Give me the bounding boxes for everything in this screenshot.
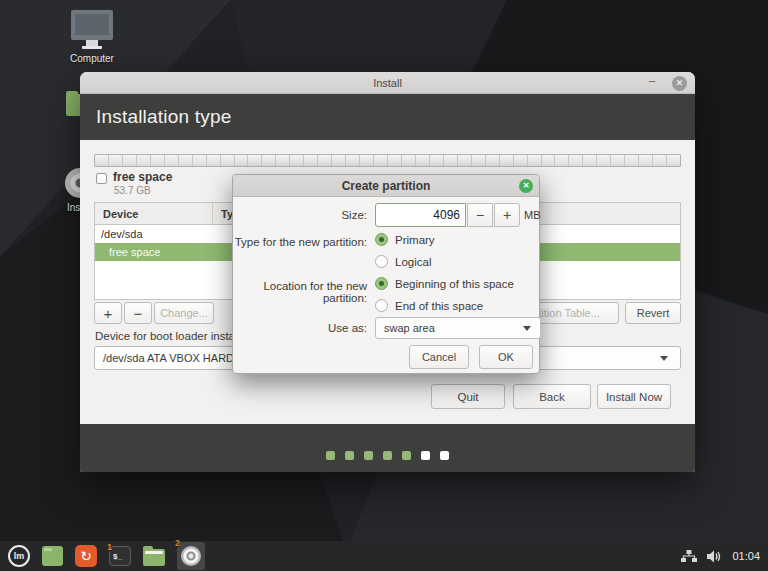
partition-bar-segment <box>639 155 653 166</box>
radio-beginning[interactable]: Beginning of this space <box>375 277 514 290</box>
legend-size: 53.7 GB <box>114 185 151 196</box>
mint-menu-icon[interactable]: lm <box>8 545 30 567</box>
revert-button[interactable]: Revert <box>625 302 681 324</box>
progress-dot <box>383 451 392 460</box>
free-space-checkbox[interactable] <box>96 173 107 184</box>
partition-bar-segment <box>444 155 458 166</box>
radio-label: Logical <box>395 256 431 268</box>
files-launcher[interactable] <box>143 546 165 566</box>
progress-dot <box>345 451 354 460</box>
active-window-slot <box>177 542 205 570</box>
progress-dot <box>326 451 335 460</box>
partition-bar-segment <box>486 155 500 166</box>
partition-bar-segment <box>583 155 597 166</box>
partition-bar-segment <box>500 155 514 166</box>
computer-monitor-base <box>82 46 102 49</box>
quit-button[interactable]: Quit <box>431 384 505 409</box>
window-titlebar[interactable]: Install – ✕ <box>80 72 695 94</box>
column-header-device[interactable]: Device <box>95 203 213 224</box>
partition-bar-segment <box>569 155 583 166</box>
radio-label: Primary <box>395 234 435 246</box>
partition-bar-segment <box>514 155 528 166</box>
partition-bar-segment <box>109 155 123 166</box>
chevron-down-icon <box>660 356 668 361</box>
partition-bar-segment <box>472 155 486 166</box>
use-as-label: Use as: <box>233 322 367 334</box>
cancel-button[interactable]: Cancel <box>409 345 469 369</box>
partition-bar-segment <box>528 155 542 166</box>
close-icon[interactable]: ✕ <box>672 76 687 91</box>
partition-bar-segment <box>555 155 569 166</box>
ok-button[interactable]: OK <box>479 345 533 369</box>
partition-bar-segment <box>151 155 165 166</box>
partition-bar-segment <box>416 155 430 166</box>
dialog-close-icon[interactable]: ✕ <box>519 179 533 193</box>
remove-partition-button[interactable]: − <box>124 302 152 324</box>
radio-primary[interactable]: Primary <box>375 233 435 246</box>
partition-bar-segment <box>360 155 374 166</box>
wizard-footer <box>80 424 695 472</box>
partition-bar-segment <box>165 155 179 166</box>
size-input[interactable] <box>375 203 466 227</box>
terminal-icon: $_ <box>109 546 131 566</box>
computer-monitor-icon <box>71 10 113 40</box>
dialog-titlebar[interactable]: Create partition ✕ <box>233 175 539 197</box>
radio-unselected-icon <box>375 255 388 268</box>
radio-end[interactable]: End of this space <box>375 299 483 312</box>
radio-unselected-icon <box>375 299 388 312</box>
use-as-value: swap area <box>384 322 435 334</box>
installer-icon: ↻ <box>75 545 97 567</box>
minimize-icon[interactable]: – <box>645 75 659 89</box>
size-label: Size: <box>233 209 367 221</box>
size-increment-button[interactable]: + <box>494 203 520 227</box>
radio-label: End of this space <box>395 300 483 312</box>
partition-bar-segment <box>667 155 680 166</box>
partition-bar-segment <box>332 155 346 166</box>
partition-bar-segment <box>458 155 472 166</box>
disc-icon <box>181 546 201 566</box>
size-unit-label: MB <box>524 209 541 221</box>
partition-bar-segment <box>290 155 304 166</box>
network-icon[interactable] <box>681 550 697 563</box>
change-button[interactable]: Change... <box>154 302 214 324</box>
partition-bar-segment <box>346 155 360 166</box>
partition-bar-segment <box>388 155 402 166</box>
progress-dot <box>402 451 411 460</box>
partition-bar-segment <box>207 155 221 166</box>
desktop-icon-computer[interactable]: Computer <box>60 10 124 64</box>
page-title: Installation type <box>80 94 695 140</box>
files-icon <box>143 549 165 566</box>
size-decrement-button[interactable]: − <box>467 203 493 227</box>
terminal-launcher[interactable]: 1 $_ <box>109 546 131 566</box>
location-label: Location for the new partition: <box>233 280 367 304</box>
install-now-button[interactable]: Install Now <box>597 384 671 409</box>
clock[interactable]: 01:04 <box>732 550 760 562</box>
partition-bar-segment <box>402 155 416 166</box>
partition-bar-segment <box>611 155 625 166</box>
back-button[interactable]: Back <box>513 384 591 409</box>
partition-bar-segment <box>193 155 207 166</box>
progress-dot <box>440 451 449 460</box>
partition-bar-segment <box>235 155 249 166</box>
installer-launcher[interactable]: ↻ <box>75 545 97 567</box>
show-desktop-button[interactable] <box>42 546 63 566</box>
legend-label: free space <box>113 170 172 184</box>
partition-bar <box>94 154 681 167</box>
use-as-dropdown[interactable]: swap area <box>375 317 541 339</box>
partition-bar-segment <box>374 155 388 166</box>
volume-icon[interactable] <box>707 550 722 563</box>
system-tray: 01:04 <box>681 550 768 563</box>
partition-bar-segment <box>625 155 639 166</box>
partition-bar-segment <box>95 155 109 166</box>
partition-bar-segment <box>304 155 318 166</box>
disc-window-button[interactable]: 2 <box>177 542 205 570</box>
taskbar: lm ↻ 1 $_ 2 01:04 <box>0 541 768 571</box>
add-partition-button[interactable]: + <box>94 302 122 324</box>
disc-badge: 2 <box>175 538 180 548</box>
partition-bar-segment <box>276 155 290 166</box>
partition-bar-segment <box>179 155 193 166</box>
partition-bar-segment <box>123 155 137 166</box>
chevron-down-icon <box>523 326 531 331</box>
radio-logical[interactable]: Logical <box>375 255 431 268</box>
radio-label: Beginning of this space <box>395 278 514 290</box>
